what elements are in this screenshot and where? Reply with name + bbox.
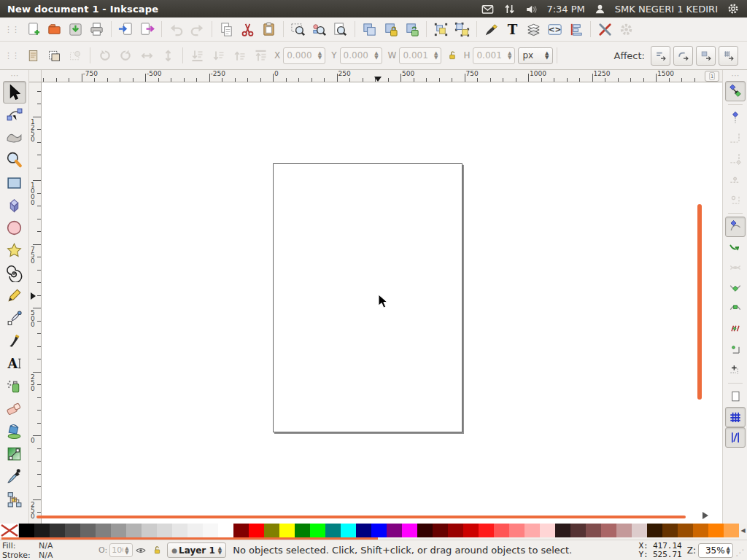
palette-swatch-13[interactable]: [218, 524, 233, 537]
box3d-tool[interactable]: [3, 194, 26, 217]
eraser-tool[interactable]: [3, 397, 26, 420]
message-icon[interactable]: [481, 2, 495, 16]
snap-smooth-nodes-icon[interactable]: [725, 298, 746, 319]
new-document-icon[interactable]: [23, 20, 43, 39]
zoom-drawing-icon[interactable]: [309, 20, 329, 39]
palette-swatch-34[interactable]: [540, 524, 555, 537]
layer-selector[interactable]: ● Layer 1 ▲▼: [167, 542, 226, 558]
export-icon[interactable]: [137, 20, 157, 39]
height-input[interactable]: 0.001▲▼: [473, 47, 515, 64]
preferences-icon[interactable]: [595, 20, 615, 39]
text-tool[interactable]: A: [3, 352, 26, 375]
horizontal-scrollbar[interactable]: [36, 516, 686, 518]
x-input[interactable]: 0.000▲▼: [283, 47, 325, 64]
palette-swatch-10[interactable]: [172, 524, 187, 537]
palette-swatch-19[interactable]: [310, 524, 325, 537]
units-dropdown[interactable]: px▲▼: [518, 47, 553, 64]
palette-swatch-33[interactable]: [525, 524, 540, 537]
sticky-zoom-button[interactable]: 1: [705, 71, 719, 82]
horizontal-ruler[interactable]: -750-500-2500250500750100012501500: [42, 70, 702, 82]
spiral-tool[interactable]: [3, 262, 26, 284]
palette-swatch-9[interactable]: [157, 524, 172, 537]
spray-tool[interactable]: [3, 375, 26, 397]
pencil-tool[interactable]: [3, 284, 26, 307]
import-icon[interactable]: [116, 20, 136, 39]
snap-midpoints-icon[interactable]: [725, 319, 746, 339]
dropper-tool[interactable]: [3, 465, 26, 488]
palette-swatch-15[interactable]: [249, 524, 264, 537]
snap-enable-icon[interactable]: [725, 81, 746, 101]
zoom-page-icon[interactable]: [330, 20, 350, 39]
select-all-layers-icon[interactable]: [44, 46, 64, 66]
canvas[interactable]: [42, 82, 722, 524]
width-input[interactable]: 0.001▲▼: [399, 47, 441, 64]
affect-patterns-icon[interactable]: [719, 46, 738, 66]
snap-guides-icon[interactable]: [725, 427, 746, 448]
palette-swatch-40[interactable]: [632, 524, 647, 537]
fill-stroke-icon[interactable]: [481, 20, 501, 39]
snap-to-paths-icon[interactable]: [725, 237, 746, 257]
network-icon[interactable]: [503, 2, 516, 16]
palette-swatch-35[interactable]: [555, 524, 570, 537]
zoom-selection-icon[interactable]: [288, 20, 308, 39]
palette-swatch-8[interactable]: [142, 524, 157, 537]
paste-icon[interactable]: [259, 20, 279, 39]
calligraphy-tool[interactable]: [3, 330, 26, 352]
palette-swatch-42[interactable]: [662, 524, 678, 537]
palette-swatch-14[interactable]: [233, 524, 249, 537]
palette-swatch-44[interactable]: [693, 524, 708, 537]
layers-icon[interactable]: [524, 20, 543, 39]
palette-swatch-29[interactable]: [463, 524, 479, 537]
palette-swatch-7[interactable]: [126, 524, 142, 537]
save-icon[interactable]: [66, 20, 85, 39]
affect-stroke-icon[interactable]: [651, 46, 670, 66]
snap-rotation-centers-icon[interactable]: [725, 359, 746, 380]
vertical-ruler[interactable]: 1 2 5 01 0 0 07 5 05 0 02 5 002 5 0: [29, 82, 42, 524]
palette-swatch-45[interactable]: [708, 524, 724, 537]
snap-grid-icon[interactable]: [725, 407, 746, 427]
affect-corners-icon[interactable]: [673, 46, 693, 66]
bucket-tool[interactable]: [3, 420, 26, 443]
palette-swatch-22[interactable]: [356, 524, 371, 537]
palette-swatch-38[interactable]: [601, 524, 616, 537]
tweak-tool[interactable]: [3, 126, 26, 149]
palette-swatch-26[interactable]: [417, 524, 433, 537]
toolbox-grip[interactable]: ⋯: [11, 71, 18, 80]
palette-swatch-0[interactable]: [19, 524, 34, 537]
print-icon[interactable]: [87, 20, 107, 39]
sound-icon[interactable]: [525, 2, 538, 16]
palette-scroll-left-icon[interactable]: ◀: [739, 524, 747, 537]
ellipse-tool[interactable]: [3, 217, 26, 239]
palette-swatch-12[interactable]: [203, 524, 218, 537]
palette-swatch-24[interactable]: [387, 524, 402, 537]
snapbar-grip[interactable]: ⋯: [732, 71, 739, 80]
cut-icon[interactable]: [238, 20, 258, 39]
node-tool[interactable]: [3, 104, 26, 126]
palette-swatch-18[interactable]: [295, 524, 310, 537]
rectangle-tool[interactable]: [3, 171, 26, 194]
window-resize-grip[interactable]: ⋰: [735, 548, 744, 558]
selector-tool[interactable]: [3, 81, 26, 104]
palette-swatch-5[interactable]: [96, 524, 111, 537]
snap-page-border-icon[interactable]: [725, 386, 746, 407]
text-dialog-icon[interactable]: T: [503, 20, 522, 39]
palette-swatch-28[interactable]: [448, 524, 463, 537]
align-icon[interactable]: [566, 20, 586, 39]
palette-swatch-20[interactable]: [325, 524, 341, 537]
session-gear-icon[interactable]: [726, 2, 740, 16]
palette-swatch-1[interactable]: [34, 524, 50, 537]
palette-swatch-4[interactable]: [80, 524, 96, 537]
pen-tool[interactable]: [3, 307, 26, 330]
snap-bbox-icon[interactable]: [725, 108, 746, 128]
palette-scrollbar[interactable]: [1, 537, 378, 540]
clone-icon[interactable]: [381, 20, 400, 39]
toolbar-grip[interactable]: ⋮⋮: [4, 25, 19, 34]
palette-swatch-31[interactable]: [494, 524, 509, 537]
palette-swatch-27[interactable]: [433, 524, 448, 537]
gradient-tool[interactable]: [3, 443, 26, 465]
star-tool[interactable]: [3, 239, 26, 262]
zoom-tool[interactable]: [3, 149, 26, 171]
opacity-input[interactable]: 100 ▲▼: [109, 543, 133, 557]
ungroup-icon[interactable]: [452, 20, 472, 39]
palette-swatch-43[interactable]: [678, 524, 693, 537]
